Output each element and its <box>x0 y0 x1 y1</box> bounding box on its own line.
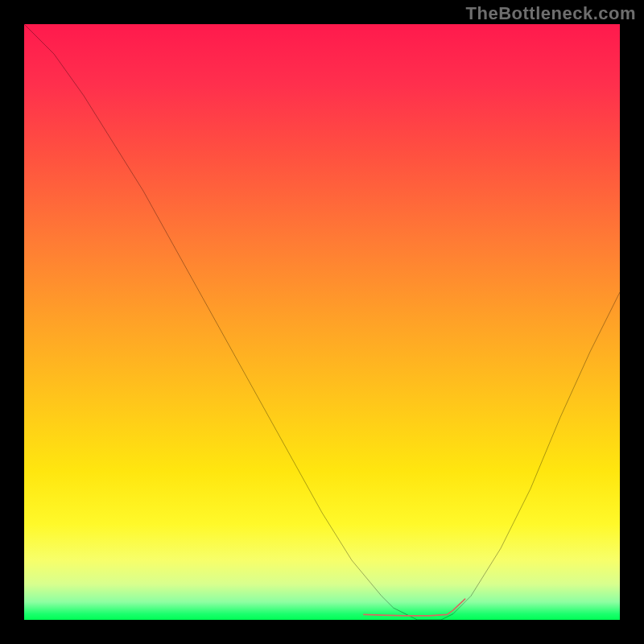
chart-svg <box>24 24 620 620</box>
bottleneck-curve-line <box>24 24 620 620</box>
chart-frame: TheBottleneck.com <box>0 0 644 644</box>
plot-area <box>24 24 620 620</box>
optimal-range-marker-line <box>364 599 465 616</box>
watermark-text: TheBottleneck.com <box>466 3 636 24</box>
